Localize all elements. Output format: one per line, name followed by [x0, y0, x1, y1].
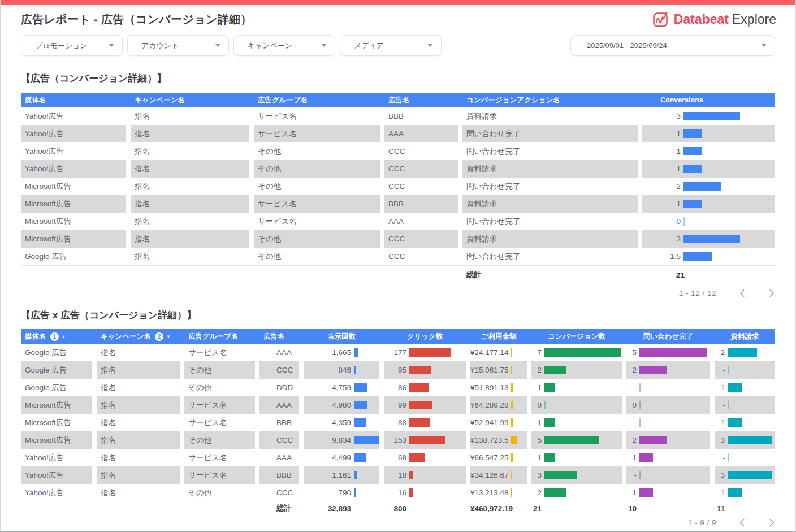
column-header-inquiry-count[interactable]: 問い合わせ完了 — [626, 332, 710, 341]
cell-ad-group-name: サービス名 — [184, 414, 255, 431]
table1-prev-page-icon[interactable] — [739, 289, 746, 297]
cell-conversions: 5 — [531, 431, 622, 449]
cell-request-count: - — [715, 361, 775, 379]
cell-conversion-action-name: 資料請求 — [462, 107, 638, 125]
column-header-label: 媒体名 — [25, 332, 46, 341]
campaign-name-value: 指名 — [101, 400, 116, 410]
cell-request-count: 1 — [715, 379, 775, 396]
media-name-value: Microsoft広告 — [25, 435, 71, 446]
cell-request-count: 3 — [715, 466, 775, 484]
impressions-value: 4,499 — [304, 453, 353, 462]
column-header-ad-name[interactable]: 広告名 — [259, 332, 299, 341]
header: 広告レポート - 広告（コンバージョン詳細） Databeat Explore — [1, 5, 795, 28]
column-header-conversion-action-name[interactable]: コンバージョンアクション名 — [462, 96, 638, 105]
column-header-label: 問い合わせ完了 — [643, 332, 693, 341]
media-name-value: Yahoo!広告 — [25, 488, 64, 498]
media-name-value: Yahoo!広告 — [25, 111, 64, 122]
data-bar — [683, 200, 702, 208]
filter-chip-promotion[interactable]: プロモーション — [21, 35, 123, 56]
cell-clicks: 16 — [384, 484, 466, 501]
column-header-ad-name[interactable]: 広告名 — [384, 96, 458, 105]
databeat-logo: Databeat Explore — [652, 11, 776, 28]
conversion-action-name-value: 問い合わせ完了 — [466, 252, 520, 262]
cell-clicks: 95 — [384, 361, 466, 379]
filter-chip-label: キャンペーン — [248, 41, 293, 51]
page-title: 広告レポート - 広告（コンバージョン詳細） — [21, 12, 252, 27]
column-header-campaign-name[interactable]: キャンペーン名 — [131, 96, 249, 105]
column-header-conversions[interactable]: Conversions — [642, 96, 775, 104]
conversions-value: 0 — [531, 401, 543, 409]
ad-name-value: AAA — [276, 348, 292, 357]
column-header-impressions[interactable]: 表示回数 — [304, 332, 379, 341]
column-header-conversions[interactable]: コンバージョン数 — [531, 332, 622, 341]
filter-chip-campaign[interactable]: キャンペーン — [233, 35, 335, 56]
table-row: Yahoo!広告指名サービス名BBB1,16118¥34,126.673-3 — [21, 466, 775, 484]
cell-media-name: Microsoft広告 — [21, 195, 126, 213]
date-range-picker[interactable]: 2025/09/01 - 2025/09/24 — [570, 35, 775, 56]
media-name-value: Microsoft広告 — [25, 199, 71, 209]
cell-cost: ¥15,061.75 — [470, 361, 527, 379]
cell-clicks: 177 — [384, 344, 466, 361]
cell-campaign-name: 指名 — [97, 414, 180, 431]
cost-value: ¥13,213.48 — [470, 488, 509, 497]
column-header-label: 広告グループ名 — [258, 96, 308, 105]
column-header-media-name[interactable]: 媒体名 — [21, 96, 126, 105]
campaign-name-value: 指名 — [101, 348, 116, 358]
media-name-value: Yahoo!広告 — [25, 129, 64, 139]
cell-conversions: 2 — [531, 484, 622, 501]
column-header-clicks[interactable]: クリック数 — [384, 332, 466, 341]
conversions-value: 1 — [642, 165, 682, 173]
cell-ad-group-name: サービス名 — [184, 466, 255, 484]
cell-conversions: 7 — [531, 344, 622, 361]
data-bar — [511, 436, 517, 444]
media-name-value: Yahoo!広告 — [25, 146, 64, 157]
cell-ad-group-name: サービス名 — [254, 107, 380, 125]
table2-prev-page-icon[interactable] — [739, 518, 746, 527]
ad-group-name-value: その他 — [258, 181, 281, 192]
section-ad-cross-detail: 【広告 x 広告（コンバージョン詳細）】 媒体名1▲キャンペーン名2▼広告グルー… — [1, 309, 795, 529]
date-range-value: 2025/09/01 - 2025/09/24 — [587, 41, 667, 50]
cell-campaign-name: 指名 — [97, 379, 180, 396]
logo-brand-text: Databeat — [674, 12, 729, 27]
column-header-request-count[interactable]: 資料請求 — [715, 332, 775, 341]
conversions-value: 2 — [531, 366, 543, 374]
data-bar — [639, 453, 653, 462]
table1-next-page-icon[interactable] — [768, 289, 775, 297]
cell-cost: ¥52,941.99 — [470, 414, 527, 431]
cell-ad-name: CCC — [259, 484, 299, 501]
ad-name-value: CCC — [388, 252, 405, 261]
chevron-down-icon — [762, 44, 766, 47]
filter-chip-account[interactable]: アカウント — [127, 35, 229, 56]
campaign-name-value: 指名 — [101, 453, 116, 463]
cell-clicks: 86 — [384, 379, 466, 396]
table2-body: Google 広告指名サービス名AAA1,665177¥24,177.14752… — [21, 344, 775, 501]
sort-asc-icon: ▲ — [62, 334, 66, 339]
table-row: Yahoo!広告指名サービス名AAA4,49968¥66,547.2511- — [21, 449, 775, 466]
table-row: Microsoft広告指名その他CCC問い合わせ完了2 — [21, 178, 775, 195]
cell-inquiry-count: 5 — [626, 344, 710, 361]
filter-chip-media[interactable]: メディア — [340, 35, 442, 56]
data-bar — [511, 471, 512, 479]
request-count-value: 1 — [715, 418, 726, 427]
data-bar — [728, 471, 772, 479]
table2-next-page-icon[interactable] — [768, 518, 775, 527]
cell-media-name: Microsoft広告 — [21, 178, 126, 195]
cell-ad-group-name: サービス名 — [254, 195, 380, 213]
column-header-label: 広告グループ名 — [188, 332, 238, 341]
data-bar — [544, 418, 555, 427]
column-header-label: コンバージョンアクション名 — [466, 96, 560, 105]
column-header-cost[interactable]: ご利用金額 — [470, 332, 527, 341]
column-header-campaign-name[interactable]: キャンペーン名2▼ — [97, 332, 180, 341]
data-bar — [409, 453, 425, 462]
filter-chip-label: アカウント — [141, 41, 179, 51]
column-header-ad-group-name[interactable]: 広告グループ名 — [184, 332, 255, 341]
column-header-media-name[interactable]: 媒体名1▲ — [21, 332, 92, 341]
ad-group-name-value: その他 — [188, 435, 211, 446]
table-row: Microsoft広告指名サービス名AAA4,98099¥64,289.2800… — [21, 396, 775, 414]
cell-conversion-action-name: 問い合わせ完了 — [462, 125, 638, 142]
cell-ad-name: BBB — [259, 466, 299, 484]
column-header-label: キャンペーン名 — [135, 96, 185, 105]
data-bar — [639, 488, 653, 497]
column-header-ad-group-name[interactable]: 広告グループ名 — [254, 96, 380, 105]
data-bar — [354, 366, 356, 374]
